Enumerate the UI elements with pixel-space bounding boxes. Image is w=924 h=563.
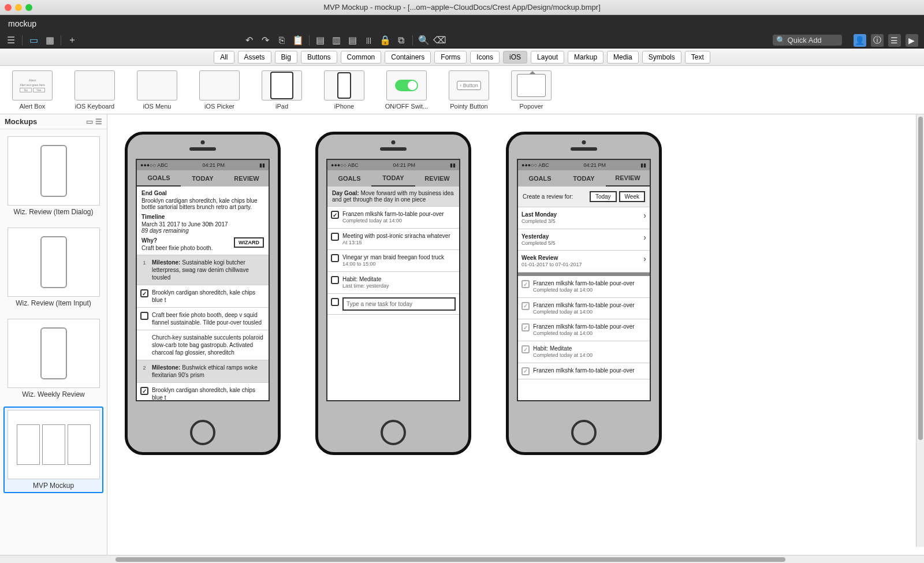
completed-row[interactable]: Habit: MeditateCompleted today at 14:00 [518, 341, 650, 363]
align-right-icon[interactable]: ▤ [348, 35, 358, 46]
today-item-row[interactable]: Meeting with post-ironic sriracha whatev… [327, 229, 459, 251]
milestone-row[interactable]: 1Milestone: Sustainable kogi butcher let… [137, 255, 269, 285]
milestone-row[interactable]: 2Milestone: Bushwick ethical ramps woke … [137, 360, 269, 383]
review-entry-row[interactable]: Last MondayCompleted 3/5› [518, 207, 650, 229]
present-icon[interactable]: ▶ [906, 34, 918, 47]
menu-icon[interactable]: ☰ [6, 35, 16, 46]
category-tab-forms[interactable]: Forms [434, 51, 467, 64]
canvas[interactable]: ●●●○○ ABC04:21 PM▮▮GOALSTODAYREVIEWEnd G… [107, 114, 924, 555]
task-row[interactable]: Brooklyn cardigan shoreditch, kale chips… [137, 285, 269, 308]
category-tab-buttons[interactable]: Buttons [301, 51, 337, 64]
new-task-input[interactable]: Type a new task for today [342, 297, 456, 311]
distribute-icon[interactable]: ⫼ [364, 35, 374, 46]
category-tab-ios[interactable]: iOS [503, 51, 527, 64]
today-button[interactable]: Today [590, 191, 617, 202]
toolbar-top: mockup [0, 15, 924, 32]
today-item-row[interactable]: Habit: MeditateLast time: yesterday [327, 272, 459, 294]
zoom-window-button[interactable] [25, 4, 32, 11]
category-tab-symbols[interactable]: Symbols [642, 51, 681, 64]
checkbox-icon[interactable] [331, 211, 339, 219]
view-single-icon[interactable]: ▭ [28, 35, 39, 46]
category-tab-text[interactable]: Text [685, 51, 710, 64]
category-tab-big[interactable]: Big [275, 51, 297, 64]
phone-tab-review[interactable]: REVIEW [415, 170, 459, 187]
checkbox-icon[interactable] [140, 289, 148, 297]
view-grid-icon[interactable]: ▦ [44, 35, 55, 46]
widget-on-off-swit-[interactable]: ON/OFF Swit... [381, 70, 432, 110]
category-tab-layout[interactable]: Layout [531, 51, 564, 64]
review-entry-row[interactable]: Week Review01-01-2017 to 07-01-2017› [518, 251, 650, 273]
completed-row[interactable]: Franzen mlkshk farm-to-table pour-overCo… [518, 276, 650, 298]
today-item-row[interactable]: Franzen mlkshk farm-to-table pour-overCo… [327, 207, 459, 229]
widget-ios-menu[interactable]: iOS Menu [132, 70, 182, 110]
phone-tab-today[interactable]: TODAY [562, 170, 606, 187]
task-row[interactable]: Church-key sustainable succulents polaro… [137, 330, 269, 360]
phone-mockup[interactable]: ●●●○○ ABC04:21 PM▮▮GOALSTODAYREVIEWEnd G… [125, 132, 281, 455]
review-header: Create a review for:TodayWeek [518, 187, 650, 207]
phone-mockup[interactable]: ●●●○○ ABC04:21 PM▮▮GOALSTODAYREVIEWDay G… [315, 132, 471, 455]
mockup-card[interactable]: Wiz. Review (Item Input) [3, 224, 103, 311]
category-tab-markup[interactable]: Markup [568, 51, 603, 64]
task-row[interactable]: Craft beer fixie photo booth, deep v squ… [137, 308, 269, 330]
widget-ipad[interactable]: iPad [256, 70, 307, 110]
completed-row[interactable]: Franzen mlkshk farm-to-table pour-over [518, 363, 650, 379]
close-window-button[interactable] [5, 4, 12, 11]
phone-mockup[interactable]: ●●●○○ ABC04:21 PM▮▮GOALSTODAYREVIEWCreat… [506, 132, 662, 455]
undo-icon[interactable]: ↶ [244, 35, 255, 46]
mockup-card[interactable]: Wiz. Weekly Review [3, 315, 103, 402]
mockup-card[interactable]: Wiz. Review (Item Dialog) [3, 133, 103, 219]
checkbox-icon[interactable] [331, 233, 339, 241]
category-tab-containers[interactable]: Containers [385, 51, 431, 64]
checkbox-icon[interactable] [331, 276, 339, 284]
phone-tab-goals[interactable]: GOALS [518, 170, 562, 187]
phone-tab-today[interactable]: TODAY [371, 170, 415, 187]
week-button[interactable]: Week [619, 191, 645, 202]
scrollbar-horizontal[interactable] [0, 555, 924, 563]
quick-add-placeholder: Quick Add [788, 36, 822, 44]
category-tab-media[interactable]: Media [607, 51, 639, 64]
user-icon[interactable]: 👤 [854, 34, 866, 47]
align-center-icon[interactable]: ▥ [331, 35, 342, 46]
sidebar-view-controls[interactable]: ▭ ☰ [86, 117, 102, 126]
quick-add-input[interactable]: 🔍 Quick Add [773, 35, 842, 46]
mockup-card[interactable]: MVP Mockup [3, 407, 103, 493]
checkbox-icon[interactable] [140, 387, 148, 395]
phone-tab-goals[interactable]: GOALS [137, 170, 181, 187]
lock-icon[interactable]: 🔒 [380, 35, 390, 46]
checkbox-icon[interactable] [140, 312, 148, 320]
paste-icon[interactable]: 📋 [293, 35, 303, 46]
phone-tab-today[interactable]: TODAY [181, 170, 225, 187]
add-icon[interactable]: ＋ [67, 35, 77, 46]
widget-ios-keyboard[interactable]: iOS Keyboard [69, 70, 120, 110]
widget-pointy-button[interactable]: ‹ ButtonPointy Button [444, 70, 494, 110]
review-entry-row[interactable]: YesterdayCompleted 5/5› [518, 229, 650, 251]
checkbox-icon[interactable] [331, 254, 339, 262]
phone-tabs: GOALSTODAYREVIEW [518, 170, 650, 187]
today-item-row[interactable]: Vinegar yr man braid freegan food truck1… [327, 250, 459, 272]
completed-row[interactable]: Franzen mlkshk farm-to-table pour-overCo… [518, 319, 650, 341]
phone-tab-goals[interactable]: GOALS [327, 170, 371, 187]
category-tab-icons[interactable]: Icons [470, 51, 500, 64]
properties-icon[interactable]: ☰ [888, 34, 901, 47]
scrollbar-vertical[interactable] [916, 114, 924, 547]
align-left-icon[interactable]: ▤ [315, 35, 326, 46]
copy-icon[interactable]: ⎘ [277, 35, 287, 46]
phone-tab-review[interactable]: REVIEW [225, 170, 269, 187]
category-tab-common[interactable]: Common [341, 51, 382, 64]
delete-icon[interactable]: ⌫ [435, 35, 445, 46]
completed-row[interactable]: Franzen mlkshk farm-to-table pour-overCo… [518, 298, 650, 320]
task-row[interactable]: Brooklyn cardigan shoreditch, kale chips… [137, 383, 269, 400]
category-tab-assets[interactable]: Assets [238, 51, 271, 64]
widget-alert-box[interactable]: AlertAlert text goes hereNoYesAlert Box [7, 70, 58, 110]
category-tab-all[interactable]: All [214, 51, 234, 64]
minimize-window-button[interactable] [15, 4, 22, 11]
wizard-button[interactable]: WIZARD [234, 237, 264, 248]
widget-popover[interactable]: Popover [506, 70, 557, 110]
widget-iphone[interactable]: iPhone [319, 70, 370, 110]
phone-tab-review[interactable]: REVIEW [606, 170, 650, 187]
search-icon[interactable]: 🔍 [419, 35, 429, 46]
redo-icon[interactable]: ↷ [260, 35, 271, 46]
widget-ios-picker[interactable]: iOS Picker [194, 70, 245, 110]
info-icon[interactable]: ⓘ [871, 34, 884, 47]
group-icon[interactable]: ⧉ [396, 35, 407, 46]
